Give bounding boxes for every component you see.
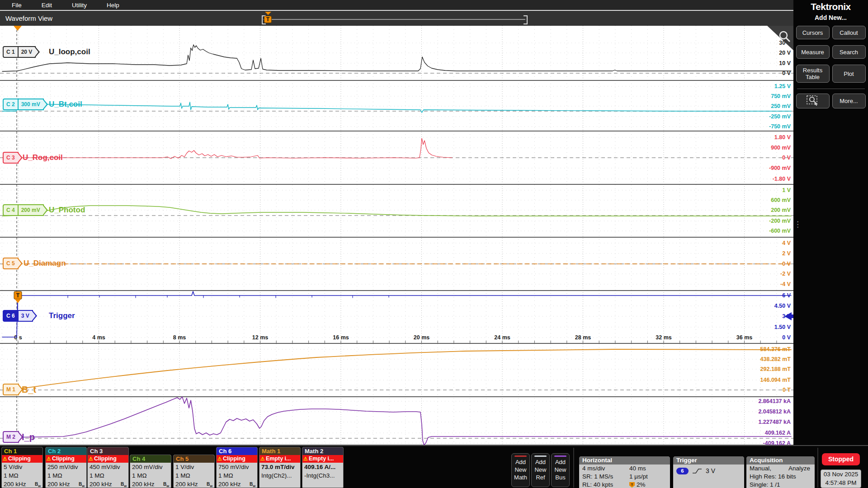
axis-label: 10 V	[779, 60, 791, 66]
tab-bar: Waveform View T	[0, 10, 793, 26]
channel-card-ch6[interactable]: Ch 6⚠Clipping750 mV/div1 MΩ200 kHzBw	[216, 447, 258, 488]
warning-icon: ⚠	[3, 455, 7, 463]
card-row: 1 MΩ	[2, 471, 42, 480]
channel-badge-m2[interactable]: M 2	[3, 431, 19, 443]
card-row: 200 kHzBw	[46, 480, 86, 488]
panel-resize-handle[interactable]: ⋮	[794, 220, 802, 229]
channel-name-label: U_Rog,coil	[23, 153, 63, 163]
add-new-cursors-button[interactable]: Cursors	[796, 26, 830, 39]
add-new-math-button[interactable]: AddNewMath	[511, 453, 530, 487]
clipping-warning-badge: ⚠Clipping	[88, 455, 128, 463]
card-title: Ch 2	[46, 447, 86, 455]
axis-label: 292.188 mT	[760, 366, 791, 372]
warning-icon: ⚠	[260, 455, 265, 463]
card-row: 73.0 mT/div	[259, 463, 300, 471]
channel-card-ch5[interactable]: Ch 51 V/div1 MΩ200 kHzBw	[173, 455, 215, 488]
trigger-title: Trigger	[673, 456, 744, 465]
warning-icon: ⚠	[47, 455, 51, 463]
axis-label: -250 mV	[769, 113, 791, 120]
channel-card-ch2[interactable]: Ch 2⚠Clipping250 mV/div1 MΩ200 kHzBw	[45, 447, 87, 488]
card-row: 200 kHzBw	[2, 480, 42, 488]
tab-waveform-view[interactable]: Waveform View	[5, 14, 52, 22]
card-title: Ch 4	[130, 455, 171, 463]
channel-badge-c5[interactable]: C 5	[3, 258, 19, 269]
clipping-warning-badge: ⚠Clipping	[46, 455, 86, 463]
card-title: Ch 5	[174, 455, 214, 463]
acq-resolution: High Res: 16 bits	[746, 473, 815, 481]
menu-utility[interactable]: Utility	[72, 2, 87, 9]
more-button[interactable]: More...	[832, 94, 866, 108]
channel-badge-c6[interactable]: C 63 V	[3, 310, 33, 322]
trigger-position-flag-icon[interactable]: T	[264, 16, 272, 23]
add-new-search-button[interactable]: Search	[832, 45, 866, 59]
channel-name-label: I_p	[22, 431, 35, 443]
waveform-trace	[2, 138, 452, 159]
card-row: 200 kHzBw	[88, 480, 128, 488]
waveform-trace	[9, 349, 791, 390]
channel-badge-c3[interactable]: C 3	[3, 152, 19, 164]
time-axis-label: 36 ms	[736, 334, 752, 341]
bandwidth-limit-icon: Bw	[79, 480, 85, 488]
badge-id: M 2	[4, 432, 18, 442]
add-new-plot-button[interactable]: Plot	[832, 65, 866, 83]
channel-badge-c4[interactable]: C 4200 mV	[3, 204, 44, 216]
badge-id: C 5	[4, 258, 18, 268]
run-stop-button[interactable]: Stopped	[822, 453, 860, 465]
badge-id: C 1	[4, 47, 18, 57]
channel-badge-m1[interactable]: M 1	[3, 384, 19, 395]
trigger-level-flag-icon[interactable]: T	[14, 291, 22, 311]
axis-label: -200 mV	[769, 218, 791, 224]
card-title: Math 1	[259, 447, 300, 455]
channel-card-math2[interactable]: Math 2⚠Empty i...409.16 A/...-Intg(Ch3..…	[302, 447, 344, 488]
corner-zoom-icon[interactable]	[767, 26, 793, 51]
horizontal-position-track[interactable]	[264, 19, 525, 20]
channel-card-math1[interactable]: Math 1⚠Empty i...73.0 mT/divIntg(Ch2)...	[259, 447, 301, 488]
channel-card-ch3[interactable]: Ch 3⚠Clipping450 mV/div1 MΩ200 kHzBw	[87, 447, 129, 488]
card-row: 1 V/div	[174, 463, 214, 471]
axis-label: -900 mV	[769, 165, 791, 171]
card-row: 750 mV/div	[217, 463, 257, 471]
acquisition-title: Acquisition	[746, 456, 815, 465]
channel-card-ch4[interactable]: Ch 4200 mV/div1 MΩ200 kHzBw	[130, 455, 171, 488]
badge-scale: 3 V	[18, 311, 32, 321]
add-new-callout-button[interactable]: Callout	[832, 26, 866, 39]
bandwidth-limit-icon: Bw	[250, 480, 255, 488]
channel-card-ch1[interactable]: Ch 1⚠Clipping5 V/div1 MΩ200 kHzBw	[1, 447, 43, 488]
card-row: 450 mV/div	[88, 463, 128, 471]
menu-file[interactable]: File	[12, 2, 22, 9]
zoom-select-button[interactable]	[796, 94, 830, 108]
menu-edit[interactable]: Edit	[42, 2, 52, 9]
axis-label: 1.227487 kA	[758, 419, 791, 425]
add-new-header: Add New...	[793, 14, 868, 21]
axis-label: 2.864137 kA	[758, 398, 791, 404]
axis-label: 20 V	[779, 50, 791, 56]
card-title: Math 2	[302, 447, 343, 455]
time-axis-label: 28 ms	[575, 334, 591, 341]
sidebar-buttons: CursorsCalloutMeasureSearchResults Table…	[796, 26, 866, 83]
channel-name-label: U_Photod	[49, 205, 85, 215]
alert-text: Clipping	[223, 455, 245, 463]
menu-bar: FileEditUtilityHelp	[0, 0, 793, 10]
axis-label: 600 mV	[771, 197, 791, 203]
waveform-plot[interactable]: 30 V20 V10 V0 V1.25 V750 mV250 mV-250 mV…	[0, 26, 793, 445]
axis-label: -1.80 V	[773, 176, 791, 182]
horizontal-panel[interactable]: Horizontal 4 ms/div40 msSR: 1 MS/s1 µs/p…	[579, 456, 670, 488]
add-new-measure-button[interactable]: Measure	[796, 45, 830, 59]
add-new-bus-button[interactable]: AddNewBus	[551, 453, 570, 487]
card-row: 200 kHzBw	[130, 480, 171, 488]
channel-badge-c2[interactable]: C 2300 mV	[3, 99, 44, 110]
trigger-panel[interactable]: Trigger 6 3 V	[673, 456, 744, 488]
menu-help[interactable]: Help	[107, 2, 119, 9]
zoom-select-icon	[806, 95, 820, 106]
axis-label: 2.045812 kA	[758, 408, 791, 415]
waveform-canvas[interactable]: 30 V20 V10 V0 V1.25 V750 mV250 mV-250 mV…	[0, 26, 793, 445]
acquisition-panel[interactable]: Acquisition Manual, Analyze High Res: 16…	[746, 456, 815, 488]
datetime-display: 03 Nov 2025 4:57:48 PM	[821, 469, 861, 488]
waveform-trace	[2, 45, 791, 71]
add-new-ref-button[interactable]: AddNewRef	[531, 453, 550, 487]
card-row: 1 MΩ	[130, 471, 171, 480]
channel-badge-c1[interactable]: C 120 V	[3, 46, 36, 58]
add-new-results-table-button[interactable]: Results Table	[796, 65, 830, 83]
strip-divider	[573, 448, 574, 488]
oscilloscope-screen: FileEditUtilityHelp Waveform View T 30 V…	[0, 0, 868, 488]
